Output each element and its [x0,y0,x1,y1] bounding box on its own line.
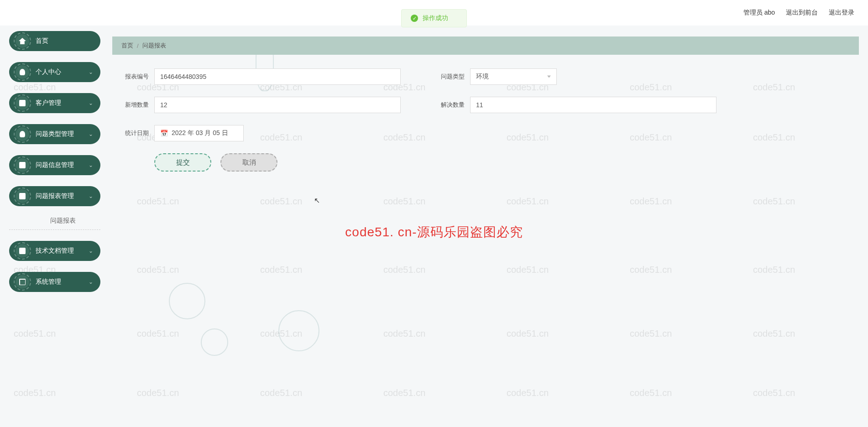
success-toast: ✓ 操作成功 [401,9,467,27]
new-count-input[interactable] [154,97,401,113]
field-stat-date: 统计日期 📅 2022 年 03 月 05 日 [117,125,244,141]
module-icon [16,244,29,258]
field-label: 解决数量 [433,101,465,109]
chevron-down-icon: ⌄ [89,193,93,199]
cursor-icon: ↖ [314,196,320,205]
sidebar: 首页 个人中心 ⌄ 客户管理 ⌄ 问题类型管理 ⌄ 问题信息管理 ⌄ 问题报表管… [9,31,100,303]
sidebar-item-home[interactable]: 首页 [9,31,100,51]
sidebar-item-label: 问题信息管理 [36,161,89,169]
breadcrumb: 首页 / 问题报表 [112,36,859,55]
cancel-button[interactable]: 取消 [220,153,277,172]
stat-date-picker[interactable]: 📅 2022 年 03 月 05 日 [154,125,244,141]
breadcrumb-current: 问题报表 [142,42,166,50]
sidebar-item-problem-info[interactable]: 问题信息管理 ⌄ [9,155,100,175]
back-frontend-link[interactable]: 退出到前台 [786,9,818,17]
field-problem-type: 问题类型 环境 [433,68,557,85]
sidebar-item-label: 首页 [36,37,100,45]
breadcrumb-root[interactable]: 首页 [121,42,133,50]
button-label: 提交 [176,158,190,167]
sidebar-subitem-report[interactable]: 问题报表 [9,212,100,230]
field-label: 问题类型 [433,73,465,81]
breadcrumb-separator: / [137,42,139,49]
main-content: 首页 / 问题报表 报表编号 问题类型 环境 新增数量 解决数量 [112,36,859,185]
date-value: 2022 年 03 月 05 日 [172,129,228,137]
problem-type-select[interactable]: 环境 [470,68,557,85]
button-label: 取消 [242,158,256,167]
chevron-down-icon: ⌄ [89,69,93,75]
sidebar-item-label: 客户管理 [36,99,89,107]
report-id-input[interactable] [154,68,401,85]
sidebar-item-label: 问题类型管理 [36,130,89,138]
chevron-down-icon: ⌄ [89,100,93,106]
watermark-center: code51. cn-源码乐园盗图必究 [345,224,523,241]
user-label[interactable]: 管理员 abo [743,9,775,17]
home-icon [16,34,29,48]
select-value: 环境 [476,73,489,81]
sidebar-item-profile[interactable]: 个人中心 ⌄ [9,62,100,82]
check-icon: ✓ [411,15,418,22]
user-icon [16,65,29,79]
field-resolved-count: 解决数量 [433,97,716,113]
user-icon [16,127,29,141]
sidebar-item-label: 技术文档管理 [36,247,89,255]
chevron-down-icon: ⌄ [89,131,93,137]
sidebar-item-problem-type[interactable]: 问题类型管理 ⌄ [9,124,100,144]
toast-message: 操作成功 [423,14,448,22]
sidebar-item-label: 问题报表管理 [36,192,89,200]
sidebar-subitem-label: 问题报表 [50,217,76,225]
chevron-down-icon: ⌄ [89,279,93,285]
submit-button[interactable]: 提交 [154,153,211,172]
field-new-count: 新增数量 [117,97,401,113]
grid-icon [16,275,29,289]
sidebar-item-problem-report[interactable]: 问题报表管理 ⌄ [9,186,100,206]
chevron-down-icon: ⌄ [89,162,93,168]
module-icon [16,158,29,172]
chevron-down-icon: ⌄ [89,248,93,254]
sidebar-item-label: 系统管理 [36,278,89,286]
form-area: 报表编号 问题类型 环境 新增数量 解决数量 统计日期 [112,55,859,185]
logout-link[interactable]: 退出登录 [829,9,854,17]
sidebar-item-customer[interactable]: 客户管理 ⌄ [9,93,100,113]
field-label: 新增数量 [117,101,149,109]
calendar-icon: 📅 [160,130,168,137]
sidebar-item-label: 个人中心 [36,68,89,76]
module-icon [16,189,29,203]
sidebar-item-tech-doc[interactable]: 技术文档管理 ⌄ [9,241,100,261]
field-report-id: 报表编号 [117,68,401,85]
field-label: 统计日期 [117,129,149,137]
sidebar-item-system[interactable]: 系统管理 ⌄ [9,272,100,292]
module-icon [16,96,29,110]
field-label: 报表编号 [117,73,149,81]
resolved-count-input[interactable] [470,97,716,113]
